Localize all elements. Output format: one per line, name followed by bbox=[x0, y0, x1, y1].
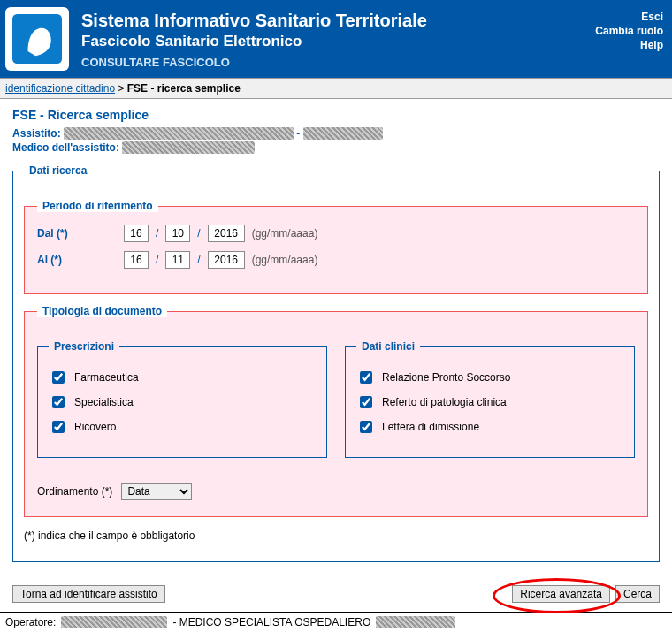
operatore-value bbox=[61, 616, 167, 628]
legend-prescrizioni: Prescrizioni bbox=[49, 340, 119, 353]
operatore-role: - MEDICO SPECIALISTA OSPEDALIERO bbox=[172, 616, 370, 628]
app-header: Sistema Informativo Sanitario Territoria… bbox=[0, 0, 672, 78]
hint-dal: (gg/mm/aaaa) bbox=[252, 227, 318, 240]
legend-dati-clinici: Dati clinici bbox=[356, 340, 420, 353]
chk-farmaceutica[interactable] bbox=[52, 371, 65, 384]
actions-bar: Torna ad identificare assistito Ricerca … bbox=[0, 576, 672, 612]
hint-al: (gg/mm/aaaa) bbox=[252, 254, 318, 266]
breadcrumb-current: FSE - ricerca semplice bbox=[127, 82, 241, 95]
breadcrumb-sep: > bbox=[118, 82, 124, 95]
select-ordinamento[interactable]: Data bbox=[121, 483, 192, 500]
back-button[interactable]: Torna ad identificare assistito bbox=[12, 585, 165, 603]
chk-pronto-soccorso[interactable] bbox=[360, 371, 372, 384]
advanced-search-button[interactable]: Ricerca avanzata bbox=[512, 585, 610, 603]
legend-tipologia: Tipologia di documento bbox=[37, 305, 167, 317]
input-al-year[interactable] bbox=[208, 251, 245, 269]
input-dal-year[interactable] bbox=[208, 225, 245, 242]
page-title: FSE - Ricerca semplice bbox=[12, 108, 660, 122]
fieldset-dati-clinici: Dati clinici Relazione Pronto Soccorso R… bbox=[345, 340, 635, 458]
operatore-extra bbox=[376, 616, 455, 628]
link-cambia-ruolo[interactable]: Cambia ruolo bbox=[595, 25, 663, 37]
date-row-al: Al (*) / / (gg/mm/aaaa) bbox=[37, 251, 635, 269]
input-dal-day[interactable] bbox=[124, 225, 149, 242]
header-links: Esci Cambia ruolo Help bbox=[595, 11, 663, 51]
lbl-lettera: Lettera di dimissione bbox=[382, 421, 479, 433]
link-help[interactable]: Help bbox=[640, 39, 663, 51]
lbl-specialistica: Specialistica bbox=[74, 396, 134, 408]
legend-dati-ricerca: Dati ricerca bbox=[24, 164, 92, 177]
label-al: Al (*) bbox=[37, 254, 117, 266]
chk-referto[interactable] bbox=[360, 396, 372, 408]
sep-al-2: / bbox=[197, 254, 200, 266]
fieldset-prescrizioni: Prescrizioni Farmaceutica Specialistica … bbox=[37, 340, 327, 458]
legend-periodo: Periodo di riferimento bbox=[37, 200, 158, 212]
input-al-month[interactable] bbox=[165, 251, 190, 269]
operatore-label: Operatore: bbox=[5, 616, 56, 628]
fieldset-periodo: Periodo di riferimento Dal (*) / / (gg/m… bbox=[24, 200, 648, 294]
breadcrumb-identificazione[interactable]: identificazione cittadino bbox=[5, 82, 115, 95]
input-dal-month[interactable] bbox=[165, 225, 190, 242]
header-title-3: CONSULTARE FASCICOLO bbox=[81, 56, 595, 69]
chk-specialistica[interactable] bbox=[52, 396, 65, 408]
assistito-code bbox=[303, 127, 383, 140]
sep-dal-2: / bbox=[197, 227, 200, 240]
app-logo bbox=[5, 7, 69, 71]
header-title-2: Fascicolo Sanitario Elettronico bbox=[81, 33, 595, 50]
chk-ricovero[interactable] bbox=[52, 421, 65, 433]
lbl-referto: Referto di patologia clinica bbox=[382, 396, 507, 408]
assistito-row: Assistito: - bbox=[12, 127, 660, 140]
medico-label: Medico dell'assistito: bbox=[12, 141, 119, 154]
lbl-ricovero: Ricovero bbox=[74, 421, 116, 433]
footer-bar: Operatore: - MEDICO SPECIALISTA OSPEDALI… bbox=[0, 612, 672, 632]
label-dal: Dal (*) bbox=[37, 227, 117, 240]
sep-al-1: / bbox=[156, 254, 158, 266]
date-row-dal: Dal (*) / / (gg/mm/aaaa) bbox=[37, 225, 635, 242]
fieldset-dati-ricerca: Dati ricerca Periodo di riferimento Dal … bbox=[12, 164, 660, 562]
ordinamento-row: Ordinamento (*) Data bbox=[37, 483, 635, 500]
medico-row: Medico dell'assistito: bbox=[12, 141, 660, 154]
search-button[interactable]: Cerca bbox=[615, 585, 660, 603]
lbl-pronto-soccorso: Relazione Pronto Soccorso bbox=[382, 371, 510, 384]
medico-value bbox=[122, 141, 255, 154]
assistito-value bbox=[64, 127, 294, 140]
sep-dal-1: / bbox=[156, 227, 158, 240]
fieldset-tipologia: Tipologia di documento Prescrizioni Farm… bbox=[24, 305, 648, 517]
input-al-day[interactable] bbox=[124, 251, 149, 269]
header-title-1: Sistema Informativo Sanitario Territoria… bbox=[81, 11, 595, 31]
label-ordinamento: Ordinamento (*) bbox=[37, 485, 112, 498]
header-titles: Sistema Informativo Sanitario Territoria… bbox=[81, 7, 595, 69]
lbl-farmaceutica: Farmaceutica bbox=[74, 371, 139, 384]
mandatory-note: (*) indica che il campo è obbligatorio bbox=[24, 529, 648, 542]
link-esci[interactable]: Esci bbox=[641, 11, 663, 23]
chk-lettera[interactable] bbox=[360, 421, 372, 433]
breadcrumb: identificazione cittadino > FSE - ricerc… bbox=[0, 78, 672, 99]
assistito-label: Assistito: bbox=[12, 127, 61, 140]
